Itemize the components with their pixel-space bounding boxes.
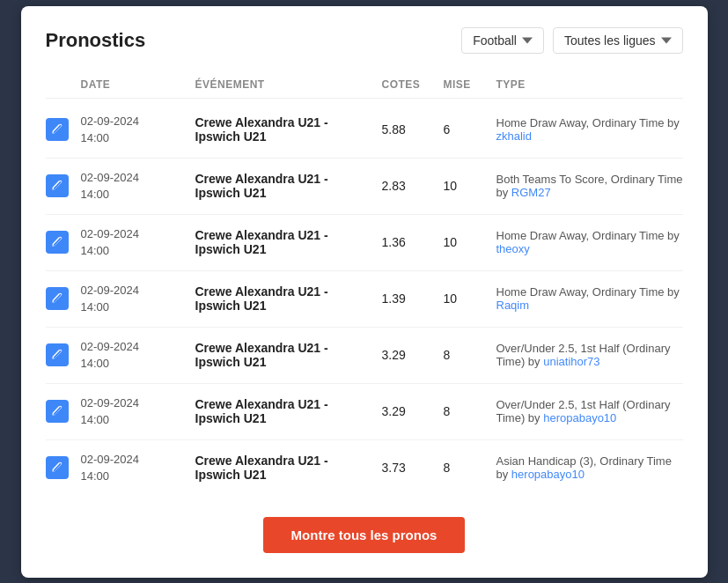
edit-button[interactable] [46,231,69,254]
user-link[interactable]: RGM27 [511,186,551,199]
user-link[interactable]: heropabayo10 [543,411,616,424]
date-cell: 02-09-2024 14:00 [81,225,195,260]
pencil-icon [51,461,63,474]
type-cell: Home Draw Away, Ordinary Time by theoxy [496,229,683,255]
edit-icon-cell [46,118,81,141]
edit-button[interactable] [46,287,69,310]
type-cell: Home Draw Away, Ordinary Time by Raqim [496,285,683,312]
pencil-icon [51,292,63,305]
cotes-cell: 3.73 [382,461,444,475]
event-cell: Crewe Alexandra U21 - Ipswich U21 [195,228,382,256]
cotes-cell: 3.29 [382,348,444,362]
edit-button[interactable] [46,343,69,366]
table-row: 02-09-2024 14:00 Crewe Alexandra U21 - I… [46,102,683,159]
type-cell: Both Teams To Score, Ordinary Time by RG… [496,173,683,199]
date-cell: 02-09-2024 14:00 [81,338,195,373]
table-row: 02-09-2024 14:00 Crewe Alexandra U21 - I… [46,215,683,271]
col-icon [46,78,81,91]
edit-button[interactable] [46,400,69,423]
pronostics-card: Pronostics Football Toutes les ligues DA… [21,6,708,578]
edit-icon-cell [46,456,81,479]
table-row: 02-09-2024 14:00 Crewe Alexandra U21 - I… [46,328,683,384]
time-value: 14:00 [81,186,195,203]
table-body: 02-09-2024 14:00 Crewe Alexandra U21 - I… [46,102,683,496]
time-value: 14:00 [81,468,195,485]
date-value: 02-09-2024 [81,113,195,130]
edit-icon-cell [46,287,81,310]
time-value: 14:00 [81,355,195,373]
pencil-icon [51,405,63,417]
mise-cell: 8 [444,404,496,418]
event-cell: Crewe Alexandra U21 - Ipswich U21 [195,172,382,200]
type-cell: Over/Under 2.5, 1st Half (Ordinary Time)… [496,342,683,368]
pencil-icon [51,349,63,361]
cotes-cell: 1.39 [382,292,444,306]
edit-icon-cell [46,400,81,423]
mise-cell: 6 [444,122,496,137]
user-link[interactable]: theoxy [496,242,530,255]
filters: Football Toutes les ligues [461,27,682,54]
league-filter[interactable]: Toutes les ligues [553,27,683,54]
time-value: 14:00 [81,299,195,316]
date-value: 02-09-2024 [81,225,195,243]
col-type: TYPE [496,78,683,91]
league-filter-label: Toutes les ligues [564,33,656,48]
pencil-icon [51,180,63,192]
time-value: 14:00 [81,411,195,429]
date-value: 02-09-2024 [81,451,195,469]
show-all-button[interactable]: Montre tous les pronos [263,517,466,553]
mise-cell: 8 [444,348,496,362]
user-link[interactable]: heropabayo10 [511,468,585,481]
event-cell: Crewe Alexandra U21 - Ipswich U21 [195,284,382,313]
cotes-cell: 3.29 [382,404,444,418]
col-cotes: COTES [382,78,444,91]
pencil-icon [51,236,63,248]
edit-button[interactable] [46,456,69,479]
time-value: 14:00 [81,129,195,147]
edit-icon-cell [46,343,81,366]
table-header: DATE ÉVÉNEMENT COTES MISE TYPE [46,71,683,99]
cotes-cell: 5.88 [382,122,444,137]
event-cell: Crewe Alexandra U21 - Ipswich U21 [195,341,382,369]
type-cell: Home Draw Away, Ordinary Time by zkhalid [496,116,683,143]
chevron-down-icon [522,35,533,46]
mise-cell: 10 [444,292,496,306]
mise-cell: 10 [444,235,496,249]
mise-cell: 8 [444,461,496,475]
user-link[interactable]: zkhalid [496,129,532,143]
date-value: 02-09-2024 [81,169,195,187]
date-value: 02-09-2024 [81,282,195,299]
user-link[interactable]: Raqim [496,299,530,312]
page-title: Pronostics [46,29,146,52]
date-value: 02-09-2024 [81,338,195,356]
date-cell: 02-09-2024 14:00 [81,451,195,485]
chevron-down-icon [661,35,672,46]
sport-filter-label: Football [473,33,517,48]
table-row: 02-09-2024 14:00 Crewe Alexandra U21 - I… [46,159,683,215]
card-header: Pronostics Football Toutes les ligues [46,27,683,54]
time-value: 14:00 [81,242,195,260]
type-cell: Over/Under 2.5, 1st Half (Ordinary Time)… [496,398,683,424]
date-cell: 02-09-2024 14:00 [81,395,195,429]
event-cell: Crewe Alexandra U21 - Ipswich U21 [195,454,382,482]
sport-filter[interactable]: Football [461,27,544,54]
cotes-cell: 1.36 [382,235,444,249]
event-cell: Crewe Alexandra U21 - Ipswich U21 [195,397,382,425]
col-date: DATE [81,78,195,91]
date-value: 02-09-2024 [81,395,195,412]
edit-button[interactable] [46,174,69,197]
edit-icon-cell [46,231,81,254]
pencil-icon [51,123,63,136]
user-link[interactable]: uniatihor73 [543,355,599,368]
col-event: ÉVÉNEMENT [195,78,382,91]
date-cell: 02-09-2024 14:00 [81,113,195,147]
type-cell: Asian Handicap (3), Ordinary Time by her… [496,454,683,481]
event-cell: Crewe Alexandra U21 - Ipswich U21 [195,115,382,144]
table-row: 02-09-2024 14:00 Crewe Alexandra U21 - I… [46,440,683,496]
table-row: 02-09-2024 14:00 Crewe Alexandra U21 - I… [46,271,683,328]
table-row: 02-09-2024 14:00 Crewe Alexandra U21 - I… [46,384,683,440]
cotes-cell: 2.83 [382,179,444,193]
date-cell: 02-09-2024 14:00 [81,282,195,316]
edit-button[interactable] [46,118,69,141]
col-mise: MISE [444,78,496,91]
